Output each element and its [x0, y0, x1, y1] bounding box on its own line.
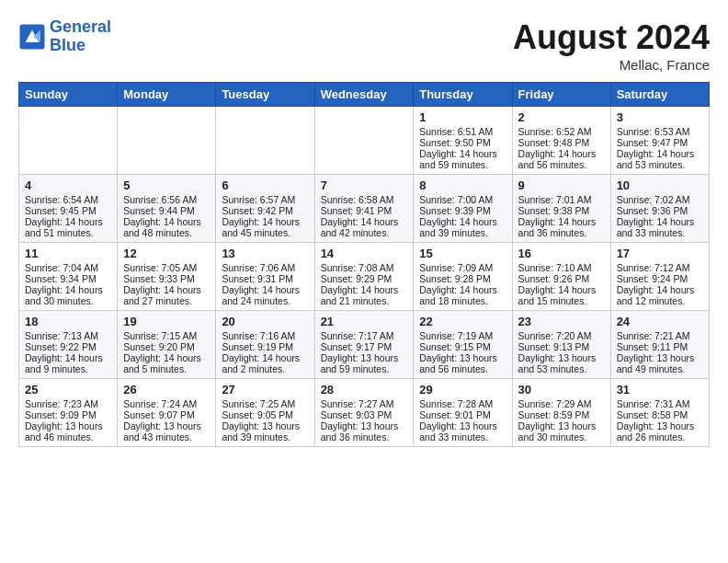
- day-number: 23: [518, 315, 605, 328]
- day-number: 30: [518, 383, 605, 396]
- sunset: Sunset: 9:22 PM: [25, 341, 97, 352]
- daylight: Daylight: 14 hours and 24 minutes.: [222, 284, 300, 306]
- sunset: Sunset: 9:15 PM: [419, 341, 491, 352]
- day-header-wednesday: Wednesday: [314, 83, 414, 107]
- calendar: SundayMondayTuesdayWednesdayThursdayFrid…: [18, 82, 710, 447]
- day-number: 28: [321, 383, 408, 396]
- calendar-cell: 15Sunrise: 7:09 AMSunset: 9:28 PMDayligh…: [414, 243, 512, 311]
- day-number: 5: [123, 178, 210, 192]
- calendar-cell: 8Sunrise: 7:00 AMSunset: 9:39 PMDaylight…: [414, 175, 512, 243]
- day-header-tuesday: Tuesday: [216, 83, 314, 107]
- sunrise: Sunrise: 7:15 AM: [123, 330, 197, 341]
- daylight: Daylight: 13 hours and 43 minutes.: [123, 420, 201, 442]
- calendar-week-4: 18Sunrise: 7:13 AMSunset: 9:22 PMDayligh…: [19, 311, 710, 379]
- day-number: 18: [25, 315, 111, 328]
- daylight: Daylight: 13 hours and 36 minutes.: [321, 420, 399, 442]
- sunrise: Sunrise: 7:19 AM: [419, 330, 493, 341]
- daylight: Daylight: 14 hours and 12 minutes.: [617, 284, 695, 306]
- day-number: 9: [518, 178, 605, 192]
- sunset: Sunset: 9:26 PM: [518, 273, 590, 284]
- daylight: Daylight: 14 hours and 59 minutes.: [419, 148, 497, 170]
- daylight: Daylight: 14 hours and 2 minutes.: [222, 352, 300, 374]
- sunset: Sunset: 9:44 PM: [123, 205, 195, 216]
- daylight: Daylight: 14 hours and 51 minutes.: [25, 216, 103, 238]
- day-number: 7: [321, 178, 408, 192]
- day-number: 20: [222, 315, 308, 328]
- day-header-sunday: Sunday: [19, 83, 118, 107]
- day-number: 1: [419, 110, 506, 124]
- sunset: Sunset: 9:19 PM: [222, 341, 293, 352]
- daylight: Daylight: 14 hours and 53 minutes.: [617, 148, 695, 170]
- daylight: Daylight: 13 hours and 33 minutes.: [419, 420, 497, 442]
- title-block: August 2024 Mellac, France: [513, 18, 710, 73]
- daylight: Daylight: 14 hours and 5 minutes.: [123, 352, 201, 374]
- calendar-cell: [314, 107, 414, 175]
- location: Mellac, France: [513, 57, 710, 73]
- sunset: Sunset: 9:42 PM: [222, 205, 293, 216]
- sunset: Sunset: 9:31 PM: [222, 273, 293, 284]
- sunrise: Sunrise: 7:12 AM: [617, 262, 690, 273]
- daylight: Daylight: 14 hours and 27 minutes.: [123, 284, 201, 306]
- calendar-cell: 28Sunrise: 7:27 AMSunset: 9:03 PMDayligh…: [314, 379, 414, 447]
- daylight: Daylight: 13 hours and 59 minutes.: [321, 352, 399, 374]
- calendar-week-1: 1Sunrise: 6:51 AMSunset: 9:50 PMDaylight…: [19, 107, 710, 175]
- sunrise: Sunrise: 7:25 AM: [222, 398, 295, 409]
- sunrise: Sunrise: 7:31 AM: [617, 398, 690, 409]
- sunrise: Sunrise: 7:16 AM: [222, 330, 295, 341]
- daylight: Daylight: 13 hours and 49 minutes.: [617, 352, 695, 374]
- sunset: Sunset: 9:39 PM: [419, 205, 491, 216]
- sunset: Sunset: 9:03 PM: [321, 409, 392, 420]
- day-number: 4: [25, 178, 111, 192]
- daylight: Daylight: 14 hours and 36 minutes.: [518, 216, 597, 238]
- calendar-cell: 20Sunrise: 7:16 AMSunset: 9:19 PMDayligh…: [216, 311, 314, 379]
- daylight: Daylight: 14 hours and 30 minutes.: [25, 284, 103, 306]
- day-number: 22: [419, 315, 506, 328]
- calendar-cell: 19Sunrise: 7:15 AMSunset: 9:20 PMDayligh…: [118, 311, 216, 379]
- sunrise: Sunrise: 6:54 AM: [25, 194, 98, 205]
- sunrise: Sunrise: 7:27 AM: [321, 398, 394, 409]
- sunrise: Sunrise: 6:58 AM: [321, 194, 394, 205]
- calendar-cell: 3Sunrise: 6:53 AMSunset: 9:47 PMDaylight…: [610, 107, 709, 175]
- sunset: Sunset: 9:48 PM: [518, 137, 590, 148]
- day-number: 3: [617, 110, 703, 124]
- sunset: Sunset: 9:38 PM: [518, 205, 590, 216]
- sunset: Sunset: 9:33 PM: [123, 273, 195, 284]
- sunset: Sunset: 9:17 PM: [321, 341, 392, 352]
- daylight: Daylight: 13 hours and 56 minutes.: [419, 352, 497, 374]
- sunrise: Sunrise: 7:08 AM: [321, 262, 394, 273]
- logo: General Blue: [18, 18, 111, 55]
- logo-icon: [18, 23, 46, 51]
- calendar-cell: 26Sunrise: 7:24 AMSunset: 9:07 PMDayligh…: [118, 379, 216, 447]
- calendar-cell: 9Sunrise: 7:01 AMSunset: 9:38 PMDaylight…: [512, 175, 610, 243]
- day-number: 6: [222, 178, 308, 192]
- sunrise: Sunrise: 7:24 AM: [123, 398, 197, 409]
- calendar-cell: 13Sunrise: 7:06 AMSunset: 9:31 PMDayligh…: [216, 243, 314, 311]
- sunrise: Sunrise: 7:29 AM: [518, 398, 592, 409]
- sunset: Sunset: 9:20 PM: [123, 341, 195, 352]
- daylight: Daylight: 14 hours and 18 minutes.: [419, 284, 497, 306]
- calendar-cell: 10Sunrise: 7:02 AMSunset: 9:36 PMDayligh…: [610, 175, 709, 243]
- sunset: Sunset: 9:36 PM: [617, 205, 688, 216]
- day-number: 2: [518, 110, 605, 124]
- sunrise: Sunrise: 7:01 AM: [518, 194, 592, 205]
- calendar-cell: 5Sunrise: 6:56 AMSunset: 9:44 PMDaylight…: [118, 175, 216, 243]
- calendar-cell: 18Sunrise: 7:13 AMSunset: 9:22 PMDayligh…: [19, 311, 118, 379]
- sunrise: Sunrise: 7:20 AM: [518, 330, 592, 341]
- day-header-friday: Friday: [512, 83, 610, 107]
- daylight: Daylight: 13 hours and 39 minutes.: [222, 420, 300, 442]
- day-number: 14: [321, 247, 408, 260]
- daylight: Daylight: 13 hours and 46 minutes.: [25, 420, 103, 442]
- daylight: Daylight: 14 hours and 56 minutes.: [518, 148, 597, 170]
- calendar-header-row: SundayMondayTuesdayWednesdayThursdayFrid…: [19, 83, 710, 107]
- sunrise: Sunrise: 6:52 AM: [518, 126, 592, 137]
- day-number: 8: [419, 178, 506, 192]
- day-number: 21: [321, 315, 408, 328]
- calendar-cell: 25Sunrise: 7:23 AMSunset: 9:09 PMDayligh…: [19, 379, 118, 447]
- calendar-cell: 1Sunrise: 6:51 AMSunset: 9:50 PMDaylight…: [414, 107, 512, 175]
- day-number: 24: [617, 315, 703, 328]
- calendar-cell: 30Sunrise: 7:29 AMSunset: 8:59 PMDayligh…: [512, 379, 610, 447]
- sunrise: Sunrise: 7:28 AM: [419, 398, 493, 409]
- sunrise: Sunrise: 7:09 AM: [419, 262, 493, 273]
- logo-line2: Blue: [50, 36, 85, 54]
- day-number: 17: [617, 247, 703, 260]
